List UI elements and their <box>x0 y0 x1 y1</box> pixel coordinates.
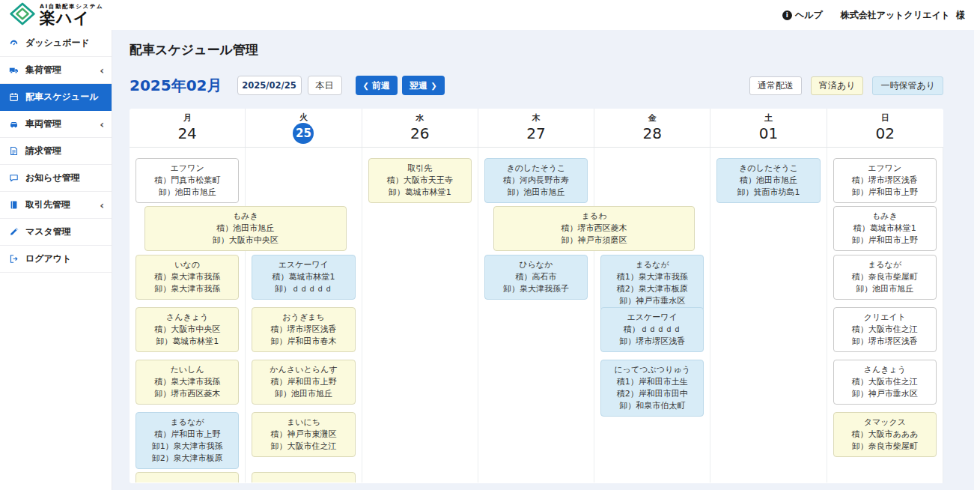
info-icon: i <box>782 10 792 20</box>
calendar-icon <box>9 92 19 103</box>
schedule-card[interactable]: もみき積）葛城市林堂1卸）岸和田市上野 <box>833 206 937 251</box>
card-location-line: 卸）岸和田市春木 <box>255 336 352 348</box>
card-location-line: 積1）岸和田市土生 <box>603 376 701 388</box>
card-location-line: 卸）池田市旭丘 <box>139 187 236 199</box>
card-location-line: 積）大阪市天王寺 <box>371 175 469 187</box>
sidebar-item-vehicles[interactable]: 車両管理‹ <box>0 111 112 138</box>
card-location-line: 積）堺市西区菱木 <box>496 223 693 235</box>
schedule-card[interactable]: まるなが積）岸和田市上野卸1）泉大津市我孫卸2）泉大津市板原 <box>136 412 239 469</box>
card-customer-name: まるわ <box>496 211 693 223</box>
card-location-line: 卸）池田市旭丘 <box>836 283 934 295</box>
card-location-line: 積）岸和田市上野 <box>139 429 236 441</box>
schedule-card[interactable]: エフワン積）堺市堺区浅香卸）岸和田市上野 <box>833 158 937 203</box>
sidebar-item-label: 集荷管理 <box>25 64 61 76</box>
main-content: 配車スケジュール管理 2025年02月 本日 ❮ 前週 翌週 ❯ 通常配送 宵済… <box>112 30 980 490</box>
card-location-line: 卸）池田市旭丘 <box>487 187 585 199</box>
chevron-left-icon: ❮ <box>363 82 369 90</box>
schedule-card[interactable]: エスケーワイ積）葛城市林堂1卸）ｄｄｄｄｄ <box>252 255 355 300</box>
edit-icon <box>9 227 19 238</box>
schedule-card[interactable]: まるなが積）奈良市柴屋町卸）池田市旭丘 <box>833 255 937 300</box>
card-location-line: 積）大阪市あああ <box>836 429 934 441</box>
schedule-card[interactable]: かんさいとらんす積）岸和田市上野卸）池田市旭丘 <box>252 360 355 405</box>
card-location-line: 積）門真市松葉町 <box>139 175 236 187</box>
help-label: ヘルプ <box>795 9 823 22</box>
card-location-line: 積）堺市堺区浅香 <box>255 324 352 336</box>
card-location-line: 卸）堺市西区菱木 <box>139 388 236 400</box>
schedule-card[interactable]: クリエイト積）大阪市住之江卸）堺市堺区浅香 <box>833 307 937 352</box>
schedule-card[interactable]: もみき積）池田市旭丘卸）大阪市中央区 <box>144 206 347 251</box>
day-header-木27[interactable]: 木27 <box>478 109 594 147</box>
selected-date: 25 <box>293 123 314 144</box>
prev-week-button[interactable]: ❮ 前週 <box>356 76 398 95</box>
day-header-月24[interactable]: 月24 <box>130 109 246 147</box>
day-header-金28[interactable]: 金28 <box>594 109 710 147</box>
schedule-card[interactable]: きのしたそうこ積）河内長野市寿卸）池田市旭丘 <box>484 158 588 203</box>
invoice-icon <box>9 146 19 157</box>
card-location-line: 卸）堺市堺区浅香 <box>836 336 934 348</box>
sidebar-item-dispatch-schedule[interactable]: 配車スケジュール <box>0 84 112 111</box>
day-header-日02[interactable]: 日02 <box>827 109 943 147</box>
schedule-card[interactable]: ひらなか積）高石市卸）泉大津我孫子 <box>484 255 588 300</box>
chevron-right-icon: ❯ <box>430 82 436 90</box>
legend-normal-delivery[interactable]: 通常配送 <box>749 76 802 95</box>
card-customer-name: まるなが <box>139 417 236 429</box>
card-location-line: 積2）泉大津市板原 <box>603 283 701 295</box>
sidebar-item-news[interactable]: お知らせ管理 <box>0 165 112 192</box>
day-header-火25[interactable]: 火25 <box>246 109 362 147</box>
schedule-card[interactable]: さんきょう積）大阪市中央区卸）葛城市林堂1 <box>136 307 239 352</box>
card-location-line: 卸）神戸市垂水区 <box>836 388 934 400</box>
today-button[interactable]: 本日 <box>308 76 342 95</box>
schedule-card[interactable]: さんきょう積）大阪市住之江卸）神戸市垂水区 <box>833 360 937 405</box>
card-location-line: 積）泉大津市我孫 <box>139 271 236 283</box>
help-link[interactable]: i ヘルプ <box>782 9 823 22</box>
card-location-line: 積）葛城市林堂1 <box>255 271 352 283</box>
schedule-card[interactable]: まるわ積）堺市西区菱木卸）神戸市須磨区 <box>493 206 696 251</box>
sidebar-item-label: 請求管理 <box>25 145 61 157</box>
sidebar-item-logout[interactable]: ログアウト <box>0 246 112 273</box>
schedule-card[interactable]: たいしん積）泉大津市我孫卸）堺市西区菱木 <box>136 360 239 405</box>
schedule-card[interactable]: きのしたそうこ積）池田市旭丘卸）箕面市坊島1 <box>716 158 820 203</box>
card-location-line: 卸）葛城市林堂1 <box>371 187 469 199</box>
schedule-card[interactable]: おうぎまち積）堺市堺区浅香卸）岸和田市春木 <box>252 307 355 352</box>
day-number: 28 <box>642 124 663 144</box>
scrollbar[interactable] <box>974 30 980 490</box>
weekday-label: 木 <box>532 112 540 124</box>
sidebar-item-billing[interactable]: 請求管理 <box>0 138 112 165</box>
card-location-line: 積）泉大津市我孫 <box>139 376 236 388</box>
sidebar-item-partners[interactable]: 取引先管理‹ <box>0 192 112 219</box>
card-customer-name: 取引先 <box>371 163 469 175</box>
prev-week-label: 前週 <box>372 80 390 91</box>
date-input[interactable] <box>237 76 302 95</box>
schedule-card[interactable]: エスケーワイ積）ｄｄｄｄｄ卸）堺市堺区浅香 <box>600 307 704 352</box>
card-customer-name: もみき <box>836 211 934 223</box>
schedule-card[interactable]: まいにち積）神戸市東灘区卸）大阪市住之江 <box>252 412 355 457</box>
schedule-card[interactable]: エフワン積）門真市松葉町卸）池田市旭丘 <box>136 158 239 203</box>
schedule-card[interactable]: 取引先積）大阪市天王寺卸）葛城市林堂1 <box>368 158 472 203</box>
week-calendar: 月24火25水26木27金28土01日02 エフワン積）門真市松葉町卸）池田市旭… <box>130 109 943 483</box>
schedule-card[interactable]: いなの積）泉大津市我孫卸）泉大津市我孫 <box>136 255 239 300</box>
schedule-card[interactable]: タマックス積）大阪市あああ卸）奈良市柴屋町 <box>833 412 937 457</box>
legend-temporary-storage[interactable]: 一時保管あり <box>872 76 943 95</box>
app-header: AI自動配車システム 楽ハイ i ヘルプ 株式会社アットクリエイト 様 <box>0 0 980 30</box>
sidebar-item-pickup[interactable]: 集荷管理‹ <box>0 57 112 84</box>
sidebar-item-master[interactable]: マスタ管理 <box>0 219 112 246</box>
card-location-line: 卸）泉大津市我孫 <box>139 283 236 295</box>
schedule-card[interactable] <box>136 472 239 483</box>
sidebar-item-dashboard[interactable]: ダッシュボード <box>0 30 112 57</box>
schedule-card[interactable]: まるなが積1）泉大津市我孫積2）泉大津市板原卸）神戸市垂水区 <box>600 255 704 312</box>
day-number: 24 <box>177 124 198 144</box>
schedule-card[interactable] <box>252 472 355 483</box>
chevron-left-icon: ‹ <box>100 65 104 76</box>
card-location-line: 積）奈良市柴屋町 <box>836 271 934 283</box>
next-week-button[interactable]: 翌週 ❯ <box>402 76 445 95</box>
day-header-水26[interactable]: 水26 <box>362 109 478 147</box>
card-location-line: 積）岸和田市上野 <box>255 376 352 388</box>
schedule-card[interactable]: にってつぶつりゅう積1）岸和田市土生積2）岸和田市田中卸）和泉市伯太町 <box>600 360 704 417</box>
card-location-line: 積）池田市旭丘 <box>147 223 344 235</box>
book-icon <box>9 200 19 211</box>
card-customer-name: もみき <box>147 211 344 223</box>
truck-icon <box>9 65 19 76</box>
day-header-土01[interactable]: 土01 <box>710 109 827 147</box>
legend-evening-loaded[interactable]: 宵済あり <box>811 76 864 95</box>
card-location-line: 積1）泉大津市我孫 <box>603 271 701 283</box>
